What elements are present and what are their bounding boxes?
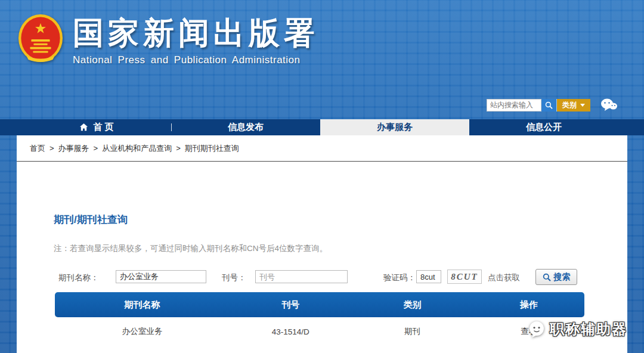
issn-label: 刊号： (222, 273, 246, 283)
nav-item-home[interactable]: 首 页 (22, 119, 171, 135)
query-form: 期刊名称： 刊号： 验证码： 8CUT 点击获取 搜索 (54, 270, 603, 286)
breadcrumb-org-product-query[interactable]: 从业机构和产品查询 (102, 144, 172, 153)
breadcrumb-services[interactable]: 办事服务 (58, 144, 89, 153)
home-icon (79, 123, 88, 132)
watermark-text: 职称辅助器 (550, 320, 627, 339)
journal-name-input[interactable] (116, 270, 206, 283)
chevron-down-icon (580, 104, 585, 107)
main-nav: 首 页 信息发布 办事服务 信息公开 (0, 119, 644, 135)
search-icon (545, 101, 553, 109)
cell-issn: 43-1514/D (230, 327, 351, 336)
page-title: 期刊/期刊社查询 (54, 213, 603, 227)
captcha-refresh-link[interactable]: 点击获取 (488, 273, 520, 283)
nav-item-info-release[interactable]: 信息发布 (171, 119, 320, 135)
breadcrumb: 首页>办事服务>从业机构和产品查询>期刊期刊社查询 (17, 135, 627, 162)
cell-journal-name: 办公室业务 (55, 326, 230, 337)
breadcrumb-current: 期刊期刊社查询 (185, 144, 239, 153)
site-subtitle: National Press and Publication Administr… (73, 54, 319, 66)
site-header: 国家新闻出版署 National Press and Publication A… (0, 0, 644, 119)
site-search-bar: 类别 (487, 97, 618, 113)
table-header: 期刊名称 刊号 类别 操作 (55, 292, 584, 317)
breadcrumb-separator: > (176, 144, 181, 153)
table-row: 办公室业务 43-1514/D 期刊 查看 (55, 317, 584, 346)
search-category-label: 类别 (562, 100, 577, 110)
nav-divider (171, 123, 172, 131)
query-note: 注：若查询显示结果较多，可通过同时输入期刊名称和CN号后4位数字查询。 (54, 243, 603, 254)
search-icon (543, 273, 551, 281)
journal-name-label: 期刊名称： (58, 273, 99, 283)
column-header-action: 操作 (473, 299, 584, 311)
search-category-dropdown[interactable]: 类别 (557, 99, 590, 112)
site-title: 国家新闻出版署 (73, 17, 319, 49)
breadcrumb-separator: > (94, 144, 98, 153)
column-header-category: 类别 (351, 299, 473, 311)
site-search-input[interactable] (487, 99, 541, 112)
breadcrumb-separator: > (49, 144, 54, 153)
nav-item-home-label: 首 页 (93, 122, 113, 133)
page: 国家新闻出版署 National Press and Publication A… (0, 0, 644, 353)
cell-category: 期刊 (351, 326, 473, 337)
wechat-icon[interactable] (600, 97, 618, 113)
captcha-image[interactable]: 8CUT (447, 270, 482, 284)
nav-item-services[interactable]: 办事服务 (320, 119, 469, 135)
breadcrumb-home[interactable]: 首页 (30, 144, 45, 153)
query-search-button-label: 搜索 (554, 272, 571, 283)
query-search-button[interactable]: 搜索 (535, 269, 577, 285)
results-table: 期刊名称 刊号 类别 操作 办公室业务 43-1514/D 期刊 查看 (55, 292, 584, 346)
captcha-label: 验证码： (383, 273, 416, 283)
nav-item-info-disclosure[interactable]: 信息公开 (469, 119, 618, 135)
captcha-input[interactable] (416, 270, 441, 283)
brand: 国家新闻出版署 National Press and Publication A… (18, 13, 319, 66)
column-header-issn: 刊号 (230, 299, 351, 311)
watermark: 职称辅助器 (527, 320, 627, 339)
brand-text: 国家新闻出版署 National Press and Publication A… (73, 13, 319, 66)
column-header-journal-name: 期刊名称 (55, 299, 230, 311)
national-emblem-logo (18, 13, 63, 64)
site-search-button[interactable] (541, 99, 557, 112)
watermark-chat-icon (527, 320, 546, 339)
issn-input[interactable] (255, 270, 348, 283)
